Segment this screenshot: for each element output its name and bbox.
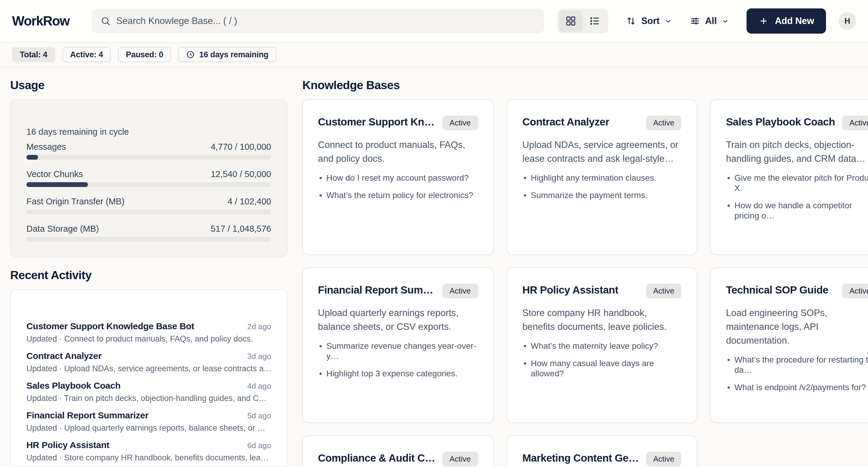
meter-label: Messages [26,142,66,152]
list-view-button[interactable] [583,11,606,31]
activity-time: 5d ago [247,411,271,420]
activity-item[interactable]: HR Policy Assistant 6d ago Updated · Sto… [26,440,271,463]
card-example-question: Highlight top 3 expense categories. [318,369,478,379]
status-badge: Active [842,116,868,130]
search-input[interactable] [116,16,536,26]
status-badge: Active [442,284,478,298]
kb-card-compliance-audit[interactable]: Compliance & Audit C… Active [302,436,494,467]
kb-card-financial-report[interactable]: Financial Report Sum… Active Upload quar… [302,267,494,423]
chevron-down-icon [721,17,729,25]
kb-card-technical-sop[interactable]: Technical SOP Guide Active Load engineer… [710,267,868,423]
grid-icon [565,15,577,27]
recent-activity-panel: Customer Support Knowledge Base Bot 2d a… [10,289,287,467]
card-example-question: Highlight any termination clauses. [523,173,682,183]
grid-view-button[interactable] [559,11,582,31]
usage-panel: 16 days remaining in cycle Messages 4,77… [10,99,287,257]
stat-pill-days-remaining: 16 days remaining [178,47,276,62]
search-bar [92,9,544,33]
activity-title: Financial Report Summarizer [26,410,149,420]
kb-card-hr-policy[interactable]: HR Policy Assistant Active Store company… [507,267,698,423]
kb-card-contract-analyzer[interactable]: Contract Analyzer Active Upload NDAs, se… [507,99,698,255]
activity-item[interactable]: Contract Analyzer 3d ago Updated · Uploa… [26,351,271,373]
activity-desc: Updated · Upload NDAs, service agreement… [26,364,271,373]
card-example-question: How do we handle a competitor pricing o… [726,201,868,221]
progress-fill [26,182,88,187]
card-title: Technical SOP Guide [726,284,828,296]
card-example-question: How do I reset my account password? [318,173,478,183]
status-badge: Active [442,452,478,466]
usage-meter-data-storage: Data Storage (MB) 517 / 1,048,576 [26,224,271,242]
app-logo: WorkRow [12,13,70,29]
progress-track [26,155,271,160]
stat-pill-active: Active: 4 [62,47,111,62]
sort-label: Sort [641,16,659,26]
clock-icon [186,50,195,59]
meter-value: 4 / 102,400 [228,197,271,206]
meter-value: 4,770 / 100,000 [211,142,271,152]
meter-label: Data Storage (MB) [26,224,99,234]
card-example-question: What’s the maternity leave policy? [523,341,682,351]
card-example-question: Summarize the payment terms. [523,190,682,201]
card-example-question: What is endpoint /v2/payments for? [726,382,868,392]
card-example-question: What’s the return policy for electronics… [318,190,478,201]
activity-time: 6d ago [247,441,271,450]
left-column: Usage 16 days remaining in cycle Message… [10,67,287,467]
activity-title: Contract Analyzer [26,351,102,361]
sort-arrows-icon [626,16,637,26]
card-description: Connect to product manuals, FAQs, and po… [318,138,478,166]
stat-paused-label: Paused: 0 [126,50,163,59]
kb-card-customer-support[interactable]: Customer Support Kn… Active Connect to p… [302,99,494,255]
card-title: Contract Analyzer [523,116,610,128]
add-new-button[interactable]: Add New [747,8,826,34]
card-example-question: How many casual leave days are allowed? [523,358,682,379]
stat-days-label: 16 days remaining [199,50,269,59]
main-content: Usage 16 days remaining in cycle Message… [0,67,868,467]
card-description: Train on pitch decks, objection-handling… [726,138,868,166]
card-description: Store company HR handbook, benefits docu… [523,306,682,334]
activity-time: 2d ago [247,322,271,331]
progress-fill [26,155,38,160]
card-title: HR Policy Assistant [523,284,618,296]
activity-time: 3d ago [247,352,271,361]
filter-control[interactable]: All [689,16,730,26]
status-badge: Active [646,452,682,466]
activity-item[interactable]: Sales Playbook Coach 4d ago Updated · Tr… [26,381,271,403]
status-badge: Active [842,284,868,298]
kb-card-sales-playbook[interactable]: Sales Playbook Coach Active Train on pit… [710,99,868,255]
knowledge-base-grid: Customer Support Kn… Active Connect to p… [302,99,868,467]
kb-card-marketing-content[interactable]: Marketing Content Ge… Active [507,436,698,467]
card-description: Upload quarterly earnings reports, balan… [318,306,478,334]
meter-label: Fast Origin Transfer (MB) [26,197,124,206]
stat-total-label: Total: 4 [20,50,48,59]
top-header: WorkRow [0,0,868,42]
card-title: Financial Report Sum… [318,284,433,296]
card-example-question: What’s the procedure for restarting the … [726,355,868,375]
usage-meter-fast-origin-transfer: Fast Origin Transfer (MB) 4 / 102,400 [26,196,271,214]
filter-label: All [705,16,717,26]
card-title: Compliance & Audit C… [318,452,435,464]
card-description: Load engineering SOPs, maintenance logs,… [726,306,868,348]
stats-bar: Total: 4 Active: 4 Paused: 0 16 days rem… [0,42,868,67]
chevron-down-icon [664,17,672,25]
progress-track [26,182,271,187]
plus-icon [758,16,769,26]
activity-desc: Updated · Upload quarterly earnings repo… [26,423,271,433]
card-example-question: Summarize revenue changes year-over-y… [318,341,478,361]
avatar-initial: H [844,17,850,26]
avatar[interactable]: H [839,12,856,30]
activity-item[interactable]: Financial Report Summarizer 5d ago Updat… [26,410,271,433]
sort-control[interactable]: Sort [626,16,672,26]
list-icon [589,15,600,27]
card-title: Marketing Content Ge… [523,452,639,464]
card-title: Customer Support Kn… [318,116,435,128]
recent-activity-title: Recent Activity [10,269,287,281]
filter-sliders-icon [689,16,700,26]
meter-value: 12,540 / 50,000 [211,169,271,179]
activity-item[interactable]: Customer Support Knowledge Base Bot 2d a… [26,321,271,344]
activity-desc: Updated · Train on pitch decks, objectio… [26,393,271,403]
add-new-label: Add New [775,16,814,26]
stat-pill-total: Total: 4 [12,47,55,62]
view-toggle [557,9,608,33]
status-badge: Active [646,116,682,130]
meter-label: Vector Chunks [26,169,83,179]
